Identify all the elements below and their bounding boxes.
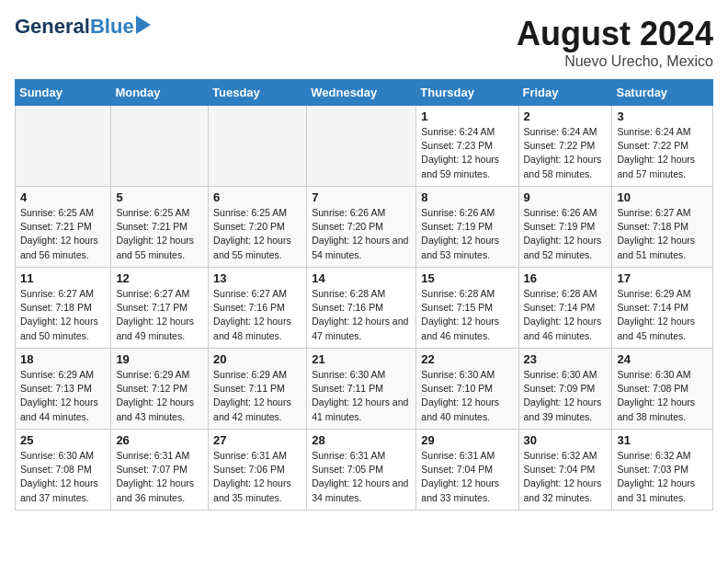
day-number: 10 (617, 190, 708, 204)
day-info: Sunrise: 6:32 AMSunset: 7:03 PMDaylight:… (617, 449, 708, 505)
weekday-header-saturday: Saturday (612, 80, 713, 106)
day-info: Sunrise: 6:27 AMSunset: 7:18 PMDaylight:… (20, 287, 106, 343)
weekday-header-wednesday: Wednesday (307, 80, 416, 106)
calendar-cell: 2Sunrise: 6:24 AMSunset: 7:22 PMDaylight… (518, 106, 612, 187)
day-info: Sunrise: 6:31 AMSunset: 7:06 PMDaylight:… (213, 449, 301, 505)
day-info: Sunrise: 6:26 AMSunset: 7:19 PMDaylight:… (524, 206, 608, 262)
weekday-header-sunday: Sunday (16, 80, 111, 106)
day-number: 29 (421, 433, 513, 447)
header: General Blue August 2024 Nuevo Urecho, M… (15, 15, 713, 70)
calendar-cell: 19Sunrise: 6:29 AMSunset: 7:12 PMDayligh… (111, 349, 209, 430)
calendar-cell (16, 106, 111, 187)
calendar-body: 1Sunrise: 6:24 AMSunset: 7:23 PMDaylight… (16, 106, 713, 511)
day-info: Sunrise: 6:32 AMSunset: 7:04 PMDaylight:… (524, 449, 608, 505)
calendar-cell: 24Sunrise: 6:30 AMSunset: 7:08 PMDayligh… (612, 349, 713, 430)
day-number: 30 (524, 433, 608, 447)
calendar-cell (209, 106, 307, 187)
calendar-cell: 22Sunrise: 6:30 AMSunset: 7:10 PMDayligh… (416, 349, 518, 430)
calendar-cell: 7Sunrise: 6:26 AMSunset: 7:20 PMDaylight… (307, 187, 416, 268)
weekday-header-friday: Friday (518, 80, 612, 106)
calendar-cell: 11Sunrise: 6:27 AMSunset: 7:18 PMDayligh… (16, 268, 111, 349)
day-number: 8 (421, 190, 513, 204)
weekday-header-thursday: Thursday (416, 80, 518, 106)
day-number: 22 (421, 352, 513, 366)
day-number: 3 (617, 109, 708, 123)
subtitle: Nuevo Urecho, Mexico (517, 53, 713, 70)
day-info: Sunrise: 6:24 AMSunset: 7:22 PMDaylight:… (524, 125, 608, 181)
calendar-cell: 18Sunrise: 6:29 AMSunset: 7:13 PMDayligh… (16, 349, 111, 430)
calendar-cell: 10Sunrise: 6:27 AMSunset: 7:18 PMDayligh… (612, 187, 713, 268)
calendar-cell: 5Sunrise: 6:25 AMSunset: 7:21 PMDaylight… (111, 187, 209, 268)
calendar-cell: 20Sunrise: 6:29 AMSunset: 7:11 PMDayligh… (209, 349, 307, 430)
day-info: Sunrise: 6:28 AMSunset: 7:15 PMDaylight:… (421, 287, 513, 343)
day-info: Sunrise: 6:29 AMSunset: 7:11 PMDaylight:… (213, 368, 301, 424)
logo-general-text: General (15, 15, 90, 39)
day-number: 18 (20, 352, 106, 366)
calendar-cell: 31Sunrise: 6:32 AMSunset: 7:03 PMDayligh… (612, 430, 713, 511)
day-info: Sunrise: 6:30 AMSunset: 7:09 PMDaylight:… (524, 368, 608, 424)
calendar-cell: 16Sunrise: 6:28 AMSunset: 7:14 PMDayligh… (518, 268, 612, 349)
calendar-cell: 14Sunrise: 6:28 AMSunset: 7:16 PMDayligh… (307, 268, 416, 349)
calendar-cell: 15Sunrise: 6:28 AMSunset: 7:15 PMDayligh… (416, 268, 518, 349)
day-info: Sunrise: 6:26 AMSunset: 7:19 PMDaylight:… (421, 206, 513, 262)
calendar-cell: 21Sunrise: 6:30 AMSunset: 7:11 PMDayligh… (307, 349, 416, 430)
calendar-cell: 1Sunrise: 6:24 AMSunset: 7:23 PMDaylight… (416, 106, 518, 187)
calendar-cell: 26Sunrise: 6:31 AMSunset: 7:07 PMDayligh… (111, 430, 209, 511)
calendar-cell: 17Sunrise: 6:29 AMSunset: 7:14 PMDayligh… (612, 268, 713, 349)
day-info: Sunrise: 6:31 AMSunset: 7:05 PMDaylight:… (312, 449, 411, 505)
day-number: 27 (213, 433, 301, 447)
calendar-week-1: 1Sunrise: 6:24 AMSunset: 7:23 PMDaylight… (16, 106, 713, 187)
calendar-cell: 28Sunrise: 6:31 AMSunset: 7:05 PMDayligh… (307, 430, 416, 511)
day-info: Sunrise: 6:29 AMSunset: 7:14 PMDaylight:… (617, 287, 708, 343)
calendar-week-2: 4Sunrise: 6:25 AMSunset: 7:21 PMDaylight… (16, 187, 713, 268)
day-info: Sunrise: 6:27 AMSunset: 7:16 PMDaylight:… (213, 287, 301, 343)
day-info: Sunrise: 6:27 AMSunset: 7:17 PMDaylight:… (116, 287, 203, 343)
calendar-cell: 8Sunrise: 6:26 AMSunset: 7:19 PMDaylight… (416, 187, 518, 268)
calendar-week-4: 18Sunrise: 6:29 AMSunset: 7:13 PMDayligh… (16, 349, 713, 430)
day-number: 13 (213, 271, 301, 285)
day-info: Sunrise: 6:27 AMSunset: 7:18 PMDaylight:… (617, 206, 708, 262)
calendar-week-3: 11Sunrise: 6:27 AMSunset: 7:18 PMDayligh… (16, 268, 713, 349)
day-number: 17 (617, 271, 708, 285)
calendar-cell: 9Sunrise: 6:26 AMSunset: 7:19 PMDaylight… (518, 187, 612, 268)
calendar-cell (111, 106, 209, 187)
calendar-cell (307, 106, 416, 187)
title-area: August 2024 Nuevo Urecho, Mexico (517, 15, 713, 70)
day-info: Sunrise: 6:30 AMSunset: 7:10 PMDaylight:… (421, 368, 513, 424)
day-number: 5 (116, 190, 203, 204)
day-info: Sunrise: 6:25 AMSunset: 7:21 PMDaylight:… (116, 206, 203, 262)
day-number: 12 (116, 271, 203, 285)
logo: General Blue (15, 15, 151, 39)
calendar-cell: 30Sunrise: 6:32 AMSunset: 7:04 PMDayligh… (518, 430, 612, 511)
day-info: Sunrise: 6:25 AMSunset: 7:20 PMDaylight:… (213, 206, 301, 262)
calendar-cell: 3Sunrise: 6:24 AMSunset: 7:22 PMDaylight… (612, 106, 713, 187)
main-title: August 2024 (517, 15, 713, 53)
day-info: Sunrise: 6:31 AMSunset: 7:04 PMDaylight:… (421, 449, 513, 505)
day-number: 28 (312, 433, 411, 447)
calendar-cell: 4Sunrise: 6:25 AMSunset: 7:21 PMDaylight… (16, 187, 111, 268)
day-number: 16 (524, 271, 608, 285)
calendar-cell: 23Sunrise: 6:30 AMSunset: 7:09 PMDayligh… (518, 349, 612, 430)
weekday-header-monday: Monday (111, 80, 209, 106)
day-number: 26 (116, 433, 203, 447)
day-number: 6 (213, 190, 301, 204)
day-number: 1 (421, 109, 513, 123)
day-number: 9 (524, 190, 608, 204)
weekday-header-row: SundayMondayTuesdayWednesdayThursdayFrid… (16, 80, 713, 106)
day-number: 31 (617, 433, 708, 447)
day-number: 4 (20, 190, 106, 204)
day-info: Sunrise: 6:24 AMSunset: 7:23 PMDaylight:… (421, 125, 513, 181)
day-info: Sunrise: 6:30 AMSunset: 7:08 PMDaylight:… (617, 368, 708, 424)
logo-arrow-icon (136, 16, 151, 34)
day-info: Sunrise: 6:28 AMSunset: 7:16 PMDaylight:… (312, 287, 411, 343)
day-info: Sunrise: 6:25 AMSunset: 7:21 PMDaylight:… (20, 206, 106, 262)
calendar-cell: 25Sunrise: 6:30 AMSunset: 7:08 PMDayligh… (16, 430, 111, 511)
calendar-cell: 12Sunrise: 6:27 AMSunset: 7:17 PMDayligh… (111, 268, 209, 349)
day-number: 15 (421, 271, 513, 285)
day-info: Sunrise: 6:24 AMSunset: 7:22 PMDaylight:… (617, 125, 708, 181)
day-number: 21 (312, 352, 411, 366)
logo-blue-text: Blue (90, 15, 134, 39)
day-number: 11 (20, 271, 106, 285)
day-info: Sunrise: 6:29 AMSunset: 7:12 PMDaylight:… (116, 368, 203, 424)
day-number: 7 (312, 190, 411, 204)
